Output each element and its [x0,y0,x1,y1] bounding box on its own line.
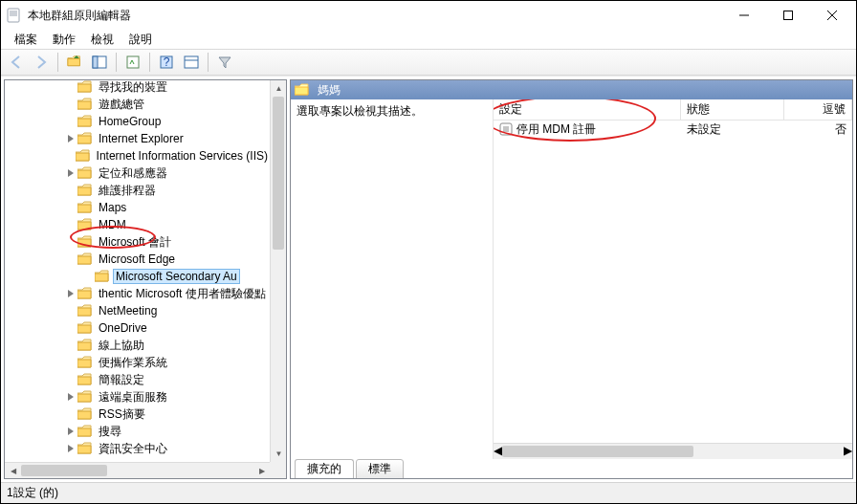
tree-item-label: 資訊安全中心 [99,442,167,455]
col-comment[interactable]: 逗號 [784,99,852,120]
show-hide-tree-button[interactable] [88,52,111,73]
tree-item-label: OneDrive [99,321,147,335]
scroll-thumb[interactable] [502,446,693,457]
tree-item[interactable]: 搜尋 [5,423,270,440]
folder-icon [77,287,93,300]
tree-item[interactable]: OneDrive [5,319,270,337]
scroll-up-icon[interactable]: ▲ [271,80,286,97]
expand-icon[interactable] [64,135,77,142]
tab-extended[interactable]: 擴充的 [295,459,354,479]
scroll-corner [270,462,286,478]
folder-icon [77,321,93,335]
expand-icon[interactable] [64,445,77,452]
tree-item-label: RSS摘要 [99,407,145,421]
col-state[interactable]: 狀態 [681,99,784,120]
menu-view[interactable]: 檢視 [83,30,121,50]
tree-item-label: Microsoft 會計 [99,235,171,249]
tree-item[interactable]: 尋找我的裝置 [5,80,270,96]
tree-item[interactable]: thentic Microsoft 使用者體驗優點 [5,285,270,302]
folder-icon [77,373,93,386]
tree-item[interactable]: MDM [5,216,270,233]
tree-item[interactable]: 定位和感應器 [5,164,270,182]
tree-item[interactable]: 便攜作業系統 [5,354,270,371]
description-text: 選取專案以檢視其描述。 [297,104,423,118]
tree-item[interactable]: HomeGroup [5,113,270,130]
scroll-down-icon[interactable]: ▼ [271,446,286,462]
tree-item[interactable]: 維護排程器 [5,182,270,199]
tree-item[interactable]: Internet Information Services (IIS) [5,147,270,164]
menu-file[interactable]: 檔案 [7,30,45,50]
cell-setting: 停用 MDM 註冊 [494,121,681,138]
tree-item[interactable]: 遊戲總管 [5,96,270,113]
folder-icon [77,98,93,111]
maximize-button[interactable] [766,1,810,30]
scroll-thumb[interactable] [21,465,107,476]
menu-help[interactable]: 說明 [121,30,160,50]
scroll-right-icon[interactable]: ▶ [844,444,852,459]
folder-icon [77,339,93,352]
scroll-left-icon[interactable]: ◀ [5,463,21,478]
app-icon [7,8,22,23]
toolbar: ? [1,49,856,76]
tree-item[interactable]: 簡報設定 [5,371,270,388]
close-button[interactable] [810,1,854,30]
menu-action[interactable]: 動作 [45,30,83,50]
folder-icon [95,270,110,283]
tree-item[interactable]: 線上協助 [5,337,270,354]
folder-icon [77,252,93,266]
policy-icon [499,122,513,136]
tree-item-label: 維護排程器 [99,184,156,197]
scroll-thumb[interactable] [273,97,284,250]
tree[interactable]: 尋找我的裝置遊戲總管HomeGroupInternet ExplorerInte… [5,80,286,478]
list-hscrollbar[interactable]: ◀ ▶ [494,443,852,459]
tree-item-label: 線上協助 [99,339,144,352]
tree-item-label: MDM [99,218,126,231]
tree-vscrollbar[interactable]: ▲ ▼ [270,80,286,462]
minimize-button[interactable] [722,1,766,30]
back-button[interactable] [5,52,28,73]
options-button[interactable] [180,52,203,73]
up-button[interactable] [63,52,86,73]
folder-icon [77,407,93,421]
tree-item[interactable]: Maps [5,199,270,216]
tree-item-label: HomeGroup [99,115,161,128]
tree-item[interactable]: 遠端桌面服務 [5,388,270,405]
help-button[interactable]: ? [155,52,178,73]
folder-icon [77,132,93,145]
tree-item[interactable]: Microsoft Secondary Au [5,268,270,285]
scroll-right-icon[interactable]: ▶ [253,463,270,478]
scroll-left-icon[interactable]: ◀ [494,444,502,459]
content-header: 媽媽 [291,80,852,99]
tree-item-label: 簡報設定 [99,373,144,386]
expand-icon[interactable] [64,290,77,297]
forward-button[interactable] [30,52,53,73]
tree-item-label: 遊戲總管 [99,98,144,111]
menu-bar: 檔案 動作 檢視 說明 [1,30,856,49]
settings-list: 設定 狀態 逗號 停用 MDM 註冊未設定否 ◀ ▶ [494,99,852,459]
list-header: 設定 狀態 逗號 [494,99,852,121]
tree-item[interactable]: Internet Explorer [5,130,270,147]
tree-pane: 尋找我的裝置遊戲總管HomeGroupInternet ExplorerInte… [4,79,287,479]
body-split: 尋找我的裝置遊戲總管HomeGroupInternet ExplorerInte… [1,76,856,482]
col-setting[interactable]: 設定 [494,99,681,120]
list-row[interactable]: 停用 MDM 註冊未設定否 [494,121,852,138]
filter-button[interactable] [213,52,236,73]
properties-button[interactable] [121,52,144,73]
tab-standard[interactable]: 標準 [356,459,404,479]
tree-item[interactable]: NetMeeting [5,302,270,319]
tree-item[interactable]: RSS摘要 [5,405,270,423]
folder-icon [77,80,93,94]
expand-icon[interactable] [64,393,77,401]
window-title: 本地群組原則編輯器 [28,8,722,24]
expand-icon[interactable] [64,427,77,435]
cell-state: 未設定 [681,121,784,138]
expand-icon[interactable] [64,169,77,177]
tree-hscrollbar[interactable]: ◀ ▶ [5,462,270,478]
tree-item-label: 尋找我的裝置 [99,80,167,94]
svg-text:?: ? [164,55,170,69]
tree-item[interactable]: 資訊安全中心 [5,440,270,457]
folder-icon [77,184,93,197]
tree-item[interactable]: Microsoft 會計 [5,233,270,251]
folder-icon [77,115,93,128]
tree-item[interactable]: Microsoft Edge [5,251,270,268]
